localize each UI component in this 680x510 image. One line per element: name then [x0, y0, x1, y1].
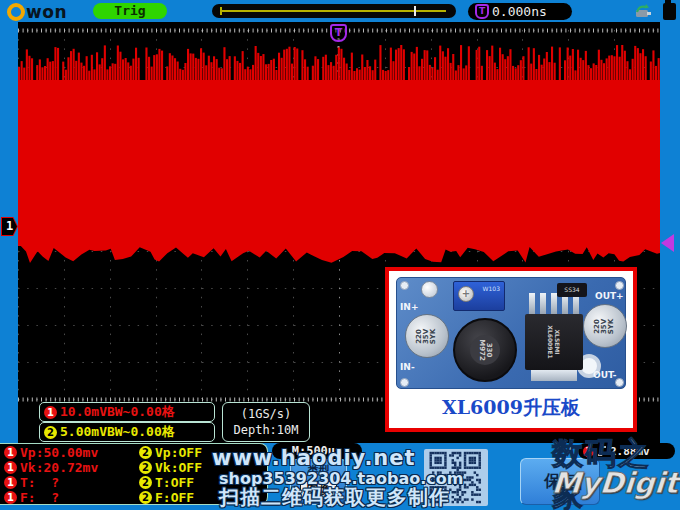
measurement-row: 2F:OFF: [139, 490, 194, 505]
ch1-badge-icon: 1: [44, 406, 57, 419]
oscilloscope-screen-capture: won Trig T 0.000ns T 1 10.0mVBW~0.00格: [0, 0, 680, 510]
rising-edge-icon: [597, 445, 607, 457]
schottky-diode: SS34: [557, 283, 587, 297]
ch2-badge-icon: 2: [44, 426, 57, 439]
horizontal-position-bar[interactable]: [212, 4, 456, 18]
input-capacitor-label: 220 35V SYK: [416, 328, 437, 344]
qr-code: [424, 449, 488, 506]
input-capacitor: 220 35V SYK: [405, 314, 449, 358]
bottom-status-bar: 1Vp:50.00mv 1Vk:20.72mv 1T: ? 1F: ? 2Vp:…: [0, 443, 680, 510]
ch2-vp-value: Vp:OFF: [155, 445, 202, 460]
ch1-badge-icon: 1: [4, 476, 17, 489]
out-plus-label: OUT+: [595, 291, 624, 301]
ch2-period-value: T:OFF: [155, 475, 194, 490]
toroid-inductor: 330 M972: [453, 318, 517, 382]
trigger-level-value: 2.88mv: [610, 445, 650, 458]
ch1-badge-icon: 1: [4, 491, 17, 504]
ch2-badge-icon: 2: [139, 461, 152, 474]
pcb-corner-hole: [400, 281, 409, 290]
owon-logo: won: [7, 2, 67, 22]
ch2-badge-icon: 2: [139, 446, 152, 459]
save-type-button[interactable]: 类型 图像: [290, 459, 347, 505]
pcb-corner-hole: [400, 378, 409, 387]
ch1-scale-readout: 1 10.0mVBW~0.00格: [39, 402, 215, 422]
ch1-freq-value: F: ?: [20, 490, 59, 505]
sample-rate-text: (1GS/s): [223, 406, 309, 422]
pcb-corner-hole: [615, 281, 624, 290]
trigger-time-readout: T 0.000ns: [468, 3, 572, 20]
owon-logo-ring-icon: [7, 3, 25, 21]
ch1-position-marker[interactable]: 1: [1, 217, 18, 236]
ch2-scale-readout: 2 5.00mVBW~0.00格: [39, 422, 215, 442]
measurement-row: 1Vp:50.00mv: [4, 445, 98, 460]
hpos-window-tick[interactable]: [414, 6, 416, 16]
ch2-vk-value: Vk:OFF: [155, 460, 202, 475]
save-type-value[interactable]: 图像: [300, 481, 337, 498]
ch2-freq-value: F:OFF: [155, 490, 194, 505]
xl6009-board-photo: IN+ IN- OUT+ OUT- 220 35V SYK + W103 330…: [385, 267, 637, 432]
trimmer-screw-icon: +: [458, 286, 474, 302]
ch1-badge-icon: 1: [4, 446, 17, 459]
ch1-badge-icon: 1: [583, 446, 594, 457]
measurements-panel: 1Vp:50.00mv 1Vk:20.72mv 1T: ? 1F: ? 2Vp:…: [0, 443, 268, 505]
trigger-level-arrow-icon[interactable]: [661, 234, 674, 252]
top-status-bar: won Trig T 0.000ns: [0, 0, 680, 22]
output-capacitor-label: 220 35V SYK: [594, 318, 615, 334]
ic-heat-tab: [531, 370, 577, 381]
hpos-record-line: [220, 10, 446, 12]
inset-caption: XL6009升压板: [389, 395, 633, 421]
in-plus-label: IN+: [400, 302, 418, 312]
memory-depth-text: Depth:10M: [223, 422, 309, 438]
measurement-row: 1F: ?: [4, 490, 59, 505]
trimmer-label: W103: [483, 285, 500, 292]
xl6009-ic-chip: XLSEMI XL6009E1: [525, 314, 583, 370]
pcb-board: IN+ IN- OUT+ OUT- 220 35V SYK + W103 330…: [396, 277, 626, 389]
acquisition-readout: (1GS/s) Depth:10M: [222, 402, 310, 442]
trimmer-potentiometer: + W103: [453, 281, 505, 311]
ch2-badge-icon: 2: [139, 476, 152, 489]
save-button-label: 保存: [544, 471, 576, 492]
ch1-vk-value: Vk:20.72mv: [20, 460, 98, 475]
trigger-status-badge: Trig: [93, 3, 167, 19]
ch2-badge-icon: 2: [139, 491, 152, 504]
ch1-vp-value: Vp:50.00mv: [20, 445, 98, 460]
trigger-time-value: 0.000ns: [492, 4, 547, 19]
ch1-badge-icon: 1: [4, 461, 17, 474]
in-minus-label: IN-: [400, 362, 415, 372]
trigger-position-marker[interactable]: T: [330, 24, 347, 42]
toroid-core: 330 M972: [470, 335, 500, 365]
pcb-mount-hole: [421, 281, 438, 298]
measurement-row: 2T:OFF: [139, 475, 194, 490]
ch1-period-value: T: ?: [20, 475, 59, 490]
measurement-row: 2Vk:OFF: [139, 460, 202, 475]
save-type-label: 类型: [291, 463, 346, 478]
battery-icon: [663, 3, 676, 20]
trigger-level-readout: 1 2.88mv: [578, 443, 675, 459]
ic-label: XLSEMI XL6009E1: [547, 325, 561, 358]
measurement-row: 1T: ?: [4, 475, 59, 490]
timebase-readout: M:500us: [272, 443, 362, 459]
owon-logo-text: won: [26, 2, 67, 22]
inductor-label: 330 M972: [478, 339, 492, 361]
ch1-scale-text: 10.0mVBW~0.00格: [60, 403, 175, 421]
measurement-row: 1Vk:20.72mv: [4, 460, 98, 475]
output-capacitor: 220 35V SYK: [583, 304, 627, 348]
ch1-position-marker-label: 1: [2, 218, 17, 235]
out-minus-label: OUT-: [593, 370, 617, 380]
ch2-scale-text: 5.00mVBW~0.00格: [60, 423, 175, 441]
save-button[interactable]: 保存: [520, 458, 600, 505]
measurement-row: 2Vp:OFF: [139, 445, 202, 460]
usb-device-icon: [634, 3, 652, 19]
trigger-t-icon: T: [475, 4, 489, 19]
